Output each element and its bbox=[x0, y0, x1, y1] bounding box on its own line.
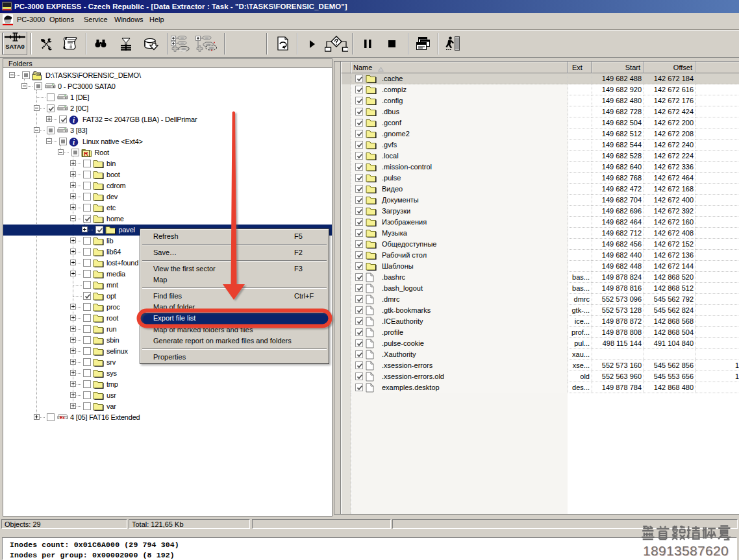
svg-text:Ex: Ex bbox=[60, 415, 65, 420]
svg-text:R: R bbox=[84, 150, 88, 157]
